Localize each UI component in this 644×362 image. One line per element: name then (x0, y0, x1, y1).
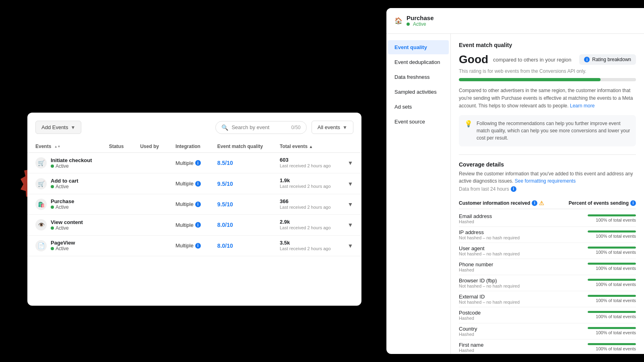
event-expand-button-2[interactable]: ▼ (347, 201, 353, 208)
sort-arrows-icon[interactable]: ▲▼ (54, 145, 61, 148)
event-status-4: Active (51, 246, 75, 251)
cov-header-right-info-icon: i (630, 200, 636, 206)
nav-item-event-source[interactable]: Event source (388, 115, 449, 129)
event-integration-cell-2: Multiple i (167, 194, 209, 214)
event-expand-cell-1: ▼ (339, 173, 361, 194)
integration-info-icon-3: i (195, 222, 201, 228)
cov-progress-1 (588, 230, 636, 232)
event-icon-4: 📄 (35, 240, 47, 251)
event-expand-button-4[interactable]: ▼ (347, 243, 353, 249)
cov-progress-fill-8 (588, 343, 636, 345)
event-name-cell-3: 👁️ View content Active (27, 215, 101, 235)
col-total: Total events ▲ (272, 140, 340, 153)
events-table: Events ▲▼ Status Used by Integration Eve… (27, 140, 361, 256)
event-name-1: Add to cart (51, 178, 78, 184)
event-usedby-cell-0 (132, 153, 167, 173)
cov-right-6: 100% of total events (572, 311, 636, 319)
all-events-chevron-icon: ▼ (343, 125, 347, 130)
info-circle-icon: i (584, 57, 590, 62)
search-input[interactable] (231, 124, 288, 130)
event-dot-icon-2 (51, 206, 54, 209)
see-formatting-link[interactable]: See formatting requirements (515, 178, 576, 184)
col-quality: Event match quality (209, 140, 272, 153)
cov-progress-fill-0 (588, 214, 636, 216)
bulb-icon: 💡 (464, 120, 473, 142)
event-total-cell-2: 366 Last received 2 hours ago (272, 194, 340, 214)
cov-name-2: User agent (459, 245, 572, 251)
add-events-button[interactable]: Add Events ▼ (35, 121, 81, 134)
cov-progress-7 (588, 327, 636, 329)
integration-info-icon-4: i (195, 243, 201, 249)
col-status: Status (101, 140, 132, 153)
purchase-title: Purchase (407, 14, 434, 21)
cov-right-0: 100% of total events (572, 214, 636, 222)
event-icon-1: 🛒 (35, 178, 47, 189)
home-icon[interactable]: 🏠 (394, 17, 402, 25)
data-age: Data from last 24 hours i (459, 186, 636, 192)
event-status-cell-3 (101, 215, 132, 235)
event-icon-0: 🛒 (35, 157, 47, 169)
cov-percent-1: 100% of total events (596, 234, 636, 239)
search-icon: 🔍 (221, 124, 228, 131)
cov-sub-3: Hashed (459, 267, 572, 272)
cov-right-1: 100% of total events (572, 230, 636, 239)
event-name-4: PageView (51, 240, 75, 246)
panel-body: Event qualityEvent deduplicationData fre… (386, 34, 644, 354)
rating-breakdown-button[interactable]: i Rating breakdown (579, 54, 636, 65)
cov-progress-4 (588, 279, 636, 281)
total-sort-icon[interactable]: ▲ (309, 144, 313, 149)
cov-info-7: Country Hashed (459, 326, 572, 337)
event-total-0: 603 (280, 157, 332, 163)
cov-progress-2 (588, 247, 636, 249)
event-last-received-2: Last received 2 hours ago (280, 204, 332, 210)
event-status-0: Active (51, 163, 92, 169)
event-name-cell-2: 🛍️ Purchase Active (27, 194, 101, 214)
all-events-button[interactable]: All events ▼ (312, 121, 353, 134)
nav-item-event-quality[interactable]: Event quality (388, 40, 449, 54)
nav-item-data-freshness[interactable]: Data freshness (388, 70, 449, 84)
search-bar-container: 🔍 0/50 (215, 121, 306, 134)
event-dot-icon-3 (51, 226, 54, 230)
cov-sub-0: Hashed (459, 219, 572, 224)
cov-name-7: Country (459, 326, 572, 332)
learn-more-link[interactable]: Learn more (570, 103, 594, 109)
nav-item-ad-sets[interactable]: Ad sets (388, 100, 449, 114)
cov-right-2: 100% of total events (572, 247, 636, 255)
coverage-row: External ID Not hashed – no hash require… (459, 291, 636, 307)
cov-name-6: Postcode (459, 310, 572, 316)
cov-percent-4: 100% of total events (596, 282, 636, 287)
active-dot-icon (407, 23, 410, 26)
event-last-received-0: Last received 2 hours ago (280, 163, 332, 169)
table-row: 👁️ View content Active Multiple i 8.0/10… (27, 215, 361, 235)
coverage-row: Phone number Hashed 100% of total events (459, 259, 636, 275)
cov-sub-8: Hashed (459, 348, 572, 353)
quality-row: Good compared to others in your region i… (459, 53, 636, 66)
cov-right-7: 100% of total events (572, 327, 636, 335)
nav-item-event-deduplication[interactable]: Event deduplication (388, 55, 449, 69)
event-usedby-cell-3 (132, 215, 167, 235)
event-expand-cell-0: ▼ (339, 153, 361, 173)
event-dot-icon-4 (51, 247, 54, 250)
event-total-4: 3.5k (280, 240, 332, 246)
cov-name-5: External ID (459, 294, 572, 300)
event-integration-cell-3: Multiple i (167, 215, 209, 235)
event-expand-button-1[interactable]: ▼ (347, 181, 353, 187)
event-expand-button-0[interactable]: ▼ (347, 160, 353, 166)
data-age-info-icon: i (511, 186, 516, 192)
nav-item-sampled-activities[interactable]: Sampled activities (388, 85, 449, 99)
purchase-header: 🏠 Purchase Active (386, 8, 644, 34)
purchase-panel: 🏠 Purchase Active Event qualityEvent ded… (386, 8, 644, 354)
event-expand-button-3[interactable]: ▼ (347, 222, 353, 228)
cov-info-8: First name Hashed (459, 342, 572, 353)
event-status-cell-1 (101, 173, 132, 194)
event-expand-cell-3: ▼ (339, 215, 361, 235)
cov-right-5: 100% of total events (572, 295, 636, 303)
event-dot-icon-0 (51, 165, 54, 168)
cov-sub-5: Not hashed – no hash required (459, 300, 572, 304)
cov-percent-3: 100% of total events (596, 266, 636, 271)
event-usedby-cell-2 (132, 194, 167, 214)
cov-progress-fill-4 (588, 279, 636, 281)
quality-description: Compared to other advertisers in the sam… (459, 87, 636, 110)
coverage-row: Browser ID (fbp) Not hashed – no hash re… (459, 275, 636, 291)
event-integration-cell-4: Multiple i (167, 235, 209, 256)
